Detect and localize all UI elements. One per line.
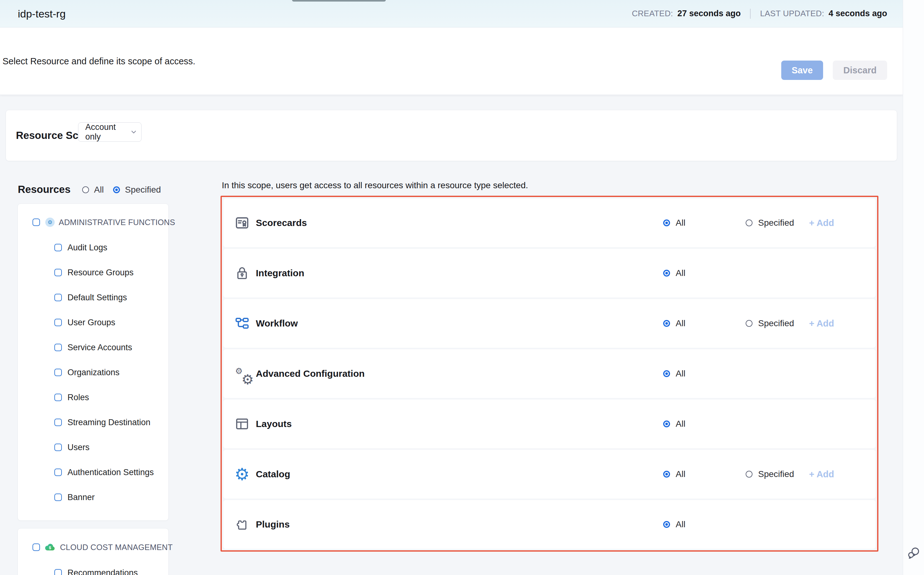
item-label: Streaming Destination (67, 418, 151, 427)
item-checkbox[interactable] (54, 419, 62, 426)
all-radio[interactable] (663, 270, 670, 276)
timestamps: CREATED: 27 seconds ago LAST UPDATED: 4 … (632, 9, 887, 19)
item-label: User Groups (67, 318, 115, 327)
row-icon-wrap (234, 215, 250, 231)
resource-type-row: PluginsAll (223, 500, 876, 549)
item-label: Banner (67, 492, 95, 502)
item-checkbox[interactable] (54, 369, 62, 376)
item-checkbox[interactable] (54, 344, 62, 351)
all-radio[interactable] (663, 471, 670, 478)
list-item: User Groups (18, 310, 168, 335)
specified-radio[interactable] (113, 186, 120, 193)
item-label: Authentication Settings (67, 468, 154, 477)
layout-icon (235, 417, 249, 431)
discard-button[interactable]: Discard (833, 60, 887, 80)
add-button[interactable]: + Add (809, 218, 834, 228)
page-header: idp-test-rg CREATED: 27 seconds ago LAST… (0, 0, 903, 27)
specified-radio-label: Specified (125, 185, 161, 195)
row-radio-all[interactable]: All (663, 419, 685, 429)
toolbar-description: Select Resource and define its scope of … (3, 56, 195, 66)
specified-radio[interactable] (746, 219, 752, 226)
row-icon-wrap (234, 265, 250, 281)
svg-text:$: $ (49, 546, 51, 550)
resource-type-label: Integration (256, 268, 304, 278)
chat-bubbles-icon[interactable] (907, 546, 921, 560)
add-button[interactable]: + Add (809, 318, 834, 329)
list-item: Audit Logs (18, 235, 168, 260)
resource-group-page: idp-test-rg CREATED: 27 seconds ago LAST… (0, 0, 924, 575)
resource-group-card: $CLOUD COST MANAGEMENTRecommendations (18, 528, 169, 575)
group-label: ADMINISTRATIVE FUNCTIONS (59, 218, 175, 227)
resource-type-label: Catalog (256, 469, 290, 480)
item-checkbox[interactable] (54, 443, 62, 451)
right-rail (903, 0, 924, 575)
browser-edge-artifact (292, 0, 386, 2)
list-item: Service Accounts (18, 335, 168, 360)
resources-radio-all[interactable]: All (82, 185, 104, 195)
gear-blue-icon: ⚙ (234, 466, 250, 482)
item-checkbox[interactable] (54, 319, 62, 326)
save-button[interactable]: Save (781, 60, 823, 80)
item-label: Recommendations (67, 568, 138, 575)
row-radio-all[interactable]: All (663, 218, 685, 228)
resource-type-label: Scorecards (256, 218, 307, 228)
row-radio-all[interactable]: All (663, 469, 685, 479)
resource-type-label: Layouts (256, 419, 292, 429)
all-radio-label: All (675, 419, 685, 429)
specified-radio[interactable] (746, 320, 752, 327)
resource-type-row: LayoutsAll (223, 400, 876, 448)
resource-group-header: ⚙ADMINISTRATIVE FUNCTIONS (18, 218, 168, 227)
row-radio-specified[interactable]: Specified (746, 218, 794, 228)
row-radio-all[interactable]: All (663, 519, 685, 529)
resource-scope-card: Resource Scope Account only (6, 110, 897, 161)
group-checkbox[interactable] (32, 219, 40, 226)
item-checkbox[interactable] (54, 394, 62, 401)
resource-type-row: IntegrationAll (223, 249, 876, 297)
resources-radio-specified[interactable]: Specified (113, 185, 161, 195)
all-radio[interactable] (663, 219, 670, 226)
resource-group-header: $CLOUD COST MANAGEMENT (18, 542, 168, 552)
item-label: Organizations (67, 368, 119, 377)
page-title: idp-test-rg (18, 8, 65, 20)
list-item: Authentication Settings (18, 460, 168, 485)
item-label: Default Settings (67, 293, 127, 302)
created-value: 27 seconds ago (677, 9, 741, 18)
item-label: Service Accounts (67, 343, 132, 353)
specified-radio[interactable] (746, 471, 752, 478)
list-item: Default Settings (18, 285, 168, 310)
list-item: Resource Groups (18, 260, 168, 285)
item-checkbox[interactable] (54, 494, 62, 501)
resource-type-label: Advanced Configuration (256, 369, 365, 379)
item-checkbox[interactable] (54, 569, 62, 575)
row-radio-specified[interactable]: Specified (746, 469, 794, 479)
item-checkbox[interactable] (54, 294, 62, 301)
row-icon-wrap: ⚙⚙ (234, 366, 250, 381)
all-radio[interactable] (663, 370, 670, 377)
group-checkbox[interactable] (32, 543, 40, 551)
item-checkbox[interactable] (54, 469, 62, 476)
item-checkbox[interactable] (54, 269, 62, 276)
all-radio[interactable] (663, 421, 670, 427)
item-checkbox[interactable] (54, 244, 62, 251)
all-radio-label: All (675, 218, 685, 228)
add-button[interactable]: + Add (809, 469, 834, 480)
row-radio-specified[interactable]: Specified (746, 318, 794, 329)
specified-radio-label: Specified (758, 318, 794, 329)
resource-scope-value: Account only (85, 122, 131, 142)
all-radio[interactable] (82, 186, 89, 193)
item-label: Audit Logs (67, 243, 107, 253)
created-label: CREATED: (632, 9, 673, 18)
chevron-down-icon (131, 130, 136, 133)
all-radio-label: All (675, 318, 685, 329)
list-item: Streaming Destination (18, 410, 168, 435)
row-icon-wrap: ⚙ (234, 466, 250, 482)
row-radio-all[interactable]: All (663, 268, 685, 278)
row-icon-wrap (234, 517, 250, 532)
row-radio-all[interactable]: All (663, 369, 685, 379)
all-radio[interactable] (663, 521, 670, 528)
resource-scope-dropdown[interactable]: Account only (78, 122, 142, 142)
all-radio-label: All (675, 469, 685, 479)
all-radio-label: All (675, 519, 685, 529)
all-radio[interactable] (663, 320, 670, 327)
row-radio-all[interactable]: All (663, 318, 685, 329)
